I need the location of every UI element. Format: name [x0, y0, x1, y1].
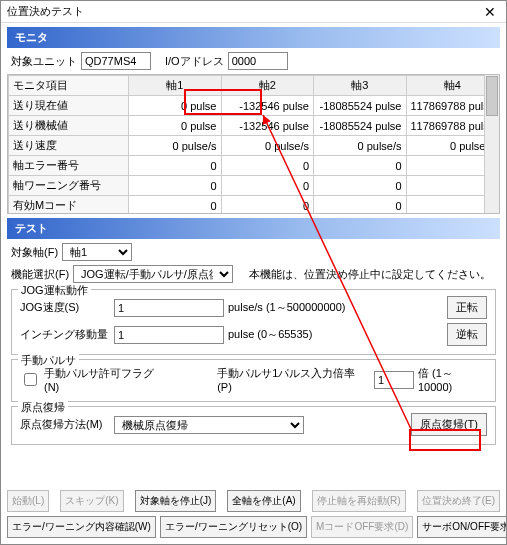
func-select[interactable]: JOG運転/手動パルサ/原点復帰 [73, 265, 233, 283]
cell: 0 pulse/s [129, 136, 222, 156]
cell: -132546 pulse [221, 96, 314, 116]
cell: -18085524 pulse [314, 96, 407, 116]
monitor-header: モニタ [7, 27, 500, 48]
close-icon[interactable]: ✕ [480, 4, 500, 20]
cell: 0 [314, 156, 407, 176]
cell: 0 [129, 156, 222, 176]
target-axis-select[interactable]: 軸1 [62, 243, 132, 261]
table-row: 送り速度0 pulse/s0 pulse/s0 pulse/s0 pulse/s [9, 136, 499, 156]
scrollbar-thumb[interactable] [486, 76, 498, 116]
cell: 0 pulse/s [221, 136, 314, 156]
pulser-fieldset: 手動パルサ 手動パルサ許可フラグ(N) 手動パルサ1パルス入力倍率(P) 倍 (… [11, 359, 496, 402]
home-method-label: 原点復帰方法(M) [20, 417, 110, 432]
cell: 0 [314, 176, 407, 196]
col-header-axis1: 軸1 [129, 76, 222, 96]
row-label: 有効Mコード [9, 196, 129, 215]
jog-speed-unit: pulse/s (1～500000000) [228, 300, 345, 315]
cell: 0 pulse/s [314, 136, 407, 156]
footer-btn-0[interactable]: 始動(L) [7, 490, 49, 512]
monitor-table: モニタ項目軸1軸2軸3軸4 送り現在値0 pulse-132546 pulse-… [8, 75, 499, 214]
table-row: 有効Mコード0000 [9, 196, 499, 215]
cell: 0 [221, 176, 314, 196]
footer-btn2-2[interactable]: MコードOFF要求(D) [311, 516, 413, 538]
footer-btn2-1[interactable]: エラー/ワーニングリセット(O) [160, 516, 307, 538]
jog-speed-input[interactable] [114, 299, 224, 317]
target-axis-label: 対象軸(F) [11, 245, 58, 260]
io-address-input[interactable] [228, 52, 288, 70]
table-row: 軸ワーニング番号0000 [9, 176, 499, 196]
table-scrollbar[interactable] [484, 75, 499, 213]
row-label: 送り機械値 [9, 116, 129, 136]
cell: 0 [221, 156, 314, 176]
pulser-enable-check[interactable]: 手動パルサ許可フラグ(N) [20, 366, 169, 393]
io-address-label: I/Oアドレス [165, 54, 224, 69]
table-row: 軸エラー番号0000 [9, 156, 499, 176]
cell: 0 [129, 196, 222, 215]
cell: 0 pulse [129, 116, 222, 136]
footer-btn2-0[interactable]: エラー/ワーニング内容確認(W) [7, 516, 156, 538]
jog-reverse-button[interactable]: 逆転 [447, 323, 487, 346]
home-method-select[interactable]: 機械原点復帰 [114, 416, 304, 434]
inching-unit: pulse (0～65535) [228, 327, 312, 342]
jog-forward-button[interactable]: 正転 [447, 296, 487, 319]
pulser-legend: 手動パルサ [18, 353, 79, 368]
jog-fieldset: JOG運転動作 JOG速度(S) pulse/s (1～500000000) 正… [11, 289, 496, 355]
footer-btn-2[interactable]: 対象軸を停止(J) [135, 490, 217, 512]
col-header-item: モニタ項目 [9, 76, 129, 96]
home-fieldset: 原点復帰 原点復帰方法(M) 機械原点復帰 原点復帰(T) [11, 406, 496, 445]
func-select-label: 機能選択(F) [11, 267, 69, 282]
test-header: テスト [7, 218, 500, 239]
footer-btn-1[interactable]: スキップ(K) [60, 490, 123, 512]
col-header-axis3: 軸3 [314, 76, 407, 96]
inching-label: インチング移動量 [20, 327, 110, 342]
pulser-enable-checkbox[interactable] [24, 373, 37, 386]
footer-btn-4[interactable]: 停止軸を再始動(R) [312, 490, 406, 512]
footer-btn-3[interactable]: 全軸を停止(A) [227, 490, 300, 512]
target-unit-label: 対象ユニット [11, 54, 77, 69]
cell: 0 [314, 196, 407, 215]
table-row: 送り機械値0 pulse-132546 pulse-18085524 pulse… [9, 116, 499, 136]
cell: 0 [221, 196, 314, 215]
pulser-enable-label: 手動パルサ許可フラグ(N) [44, 366, 169, 393]
jog-speed-label: JOG速度(S) [20, 300, 110, 315]
inching-input[interactable] [114, 326, 224, 344]
pulser-mag-unit: 倍 (1～10000) [418, 366, 487, 393]
cell: -18085524 pulse [314, 116, 407, 136]
row-label: 送り現在値 [9, 96, 129, 116]
row-label: 送り速度 [9, 136, 129, 156]
pulser-mag-input[interactable] [374, 371, 414, 389]
col-header-axis2: 軸2 [221, 76, 314, 96]
cell: -132546 pulse [221, 116, 314, 136]
func-note: 本機能は、位置決め停止中に設定してください。 [249, 267, 491, 282]
monitor-table-wrap: モニタ項目軸1軸2軸3軸4 送り現在値0 pulse-132546 pulse-… [7, 74, 500, 214]
home-legend: 原点復帰 [18, 400, 68, 415]
row-label: 軸ワーニング番号 [9, 176, 129, 196]
target-unit-input[interactable] [81, 52, 151, 70]
home-return-button[interactable]: 原点復帰(T) [411, 413, 487, 436]
row-label: 軸エラー番号 [9, 156, 129, 176]
footer-btn-5[interactable]: 位置決め終了(E) [417, 490, 500, 512]
footer: 始動(L)スキップ(K)対象軸を停止(J)全軸を停止(A)停止軸を再始動(R)位… [7, 486, 500, 538]
table-row: 送り現在値0 pulse-132546 pulse-18085524 pulse… [9, 96, 499, 116]
cell: 0 [129, 176, 222, 196]
cell: 0 pulse [129, 96, 222, 116]
jog-legend: JOG運転動作 [18, 283, 91, 298]
pulser-mag-label: 手動パルサ1パルス入力倍率(P) [217, 366, 370, 393]
footer-btn2-3[interactable]: サーボON/OFF要求(X) [417, 516, 507, 538]
window-title: 位置決めテスト [7, 4, 84, 19]
